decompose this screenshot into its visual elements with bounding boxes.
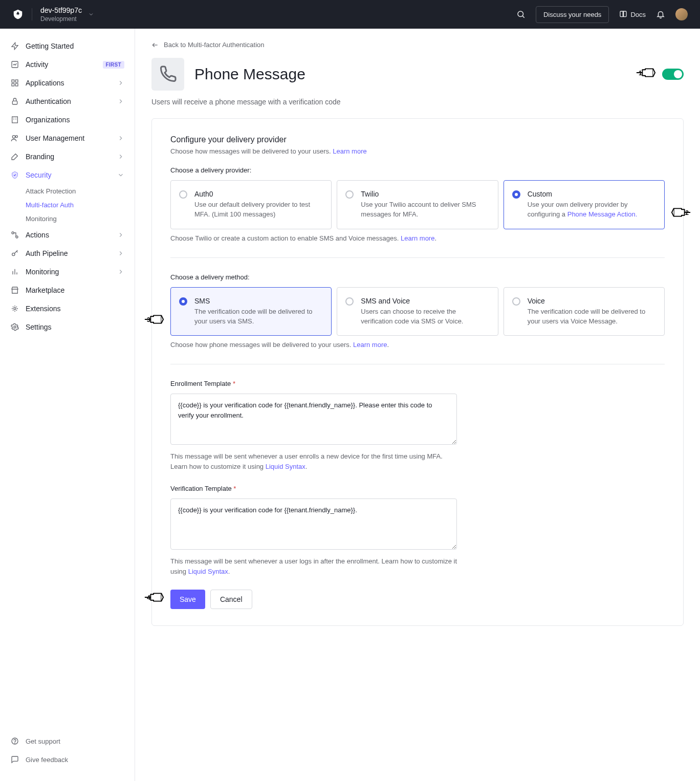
radio-icon [179,190,187,199]
svg-point-16 [12,232,14,234]
sidebar-item-security[interactable]: Security [0,166,135,184]
sidebar-item-label: Extensions [26,305,124,313]
sidebar-item-actions[interactable]: Actions [0,226,135,244]
liquid-syntax-link[interactable]: Liquid Syntax [266,463,305,470]
sidebar-item-label: Give feedback [26,756,124,764]
verification-template-input[interactable] [170,498,457,550]
docs-label: Docs [630,11,646,18]
phone-icon-box [151,58,184,91]
sidebar-item-getting-started[interactable]: Getting Started [0,37,135,55]
svg-marker-2 [12,42,18,49]
sidebar-item-label: Marketplace [26,286,124,294]
discuss-needs-button[interactable]: Discuss your needs [536,6,609,23]
topbar: dev-5tf99p7c Development Discuss your ne… [0,0,700,29]
cancel-button[interactable]: Cancel [210,590,252,609]
sidebar-sub-mfa[interactable]: Multi-factor Auth [0,198,135,212]
method-option-sms[interactable]: SMS The verification code will be delive… [170,287,332,336]
method-option-voice[interactable]: Voice The verification code will be deli… [504,287,665,336]
sidebar-item-marketplace[interactable]: Marketplace [0,281,135,299]
sidebar-item-label: Settings [26,323,124,331]
svg-point-23 [14,326,16,328]
sidebar-give-feedback[interactable]: Give feedback [0,750,135,769]
save-button[interactable]: Save [170,590,205,609]
radio-desc: Use your Twilio account to deliver SMS m… [361,200,488,220]
provider-section-sub: Choose how messages will be delivered to… [170,147,665,155]
verification-template-label: Verification Template * [170,485,665,492]
bars-icon [10,267,19,276]
chevron-right-icon [117,135,124,142]
phone-action-link[interactable]: Phone Message Action. [567,210,638,218]
liquid-syntax-link[interactable]: Liquid Syntax [188,568,228,575]
sidebar-item-applications[interactable]: Applications [0,74,135,92]
sidebar-item-authentication[interactable]: Authentication [0,92,135,111]
first-badge: FIRST [103,61,124,69]
chat-icon [10,755,19,764]
sidebar-item-extensions[interactable]: Extensions [0,299,135,318]
help-icon [10,736,19,746]
sidebar-item-label: Monitoring [26,268,111,276]
radio-title: Custom [528,190,655,198]
sidebar-item-organizations[interactable]: Organizations [0,111,135,129]
provider-option-auth0[interactable]: Auth0 Use our default delivery provider … [170,180,332,229]
chevron-right-icon [117,153,124,160]
config-card: Configure your delivery provider Choose … [151,118,684,626]
radio-icon [512,190,520,199]
back-link[interactable]: Back to Multi-factor Authentication [151,41,684,49]
verification-hint: This message will be sent whenever a use… [170,556,457,576]
provider-section-title: Configure your delivery provider [170,135,665,144]
main-content: Back to Multi-factor Authentication Phon… [135,29,700,781]
sidebar-item-user-management[interactable]: User Management [0,129,135,147]
chevron-down-icon [88,11,94,17]
apps-icon [10,78,19,88]
radio-title: Twilio [361,190,488,198]
annotation-pointer-3: 3 [144,312,164,327]
sidebar-sub-attack-protection[interactable]: Attack Protection [0,184,135,198]
sidebar-item-settings[interactable]: Settings [0,318,135,336]
method-option-sms-voice[interactable]: SMS and Voice Users can choose to receiv… [337,287,498,336]
provider-option-twilio[interactable]: Twilio Use your Twilio account to delive… [337,180,498,229]
chevron-down-icon [117,171,124,179]
gear-icon [10,322,19,332]
sidebar-item-monitoring[interactable]: Monitoring [0,263,135,281]
provider-option-custom[interactable]: Custom Use your own delivery provider by… [504,180,665,229]
sidebar-item-label: Organizations [26,116,124,124]
sidebar-item-label: Applications [26,79,111,87]
svg-rect-7 [15,83,18,86]
enrollment-template-label: Enrollment Template * [170,380,665,387]
sidebar-item-branding[interactable]: Branding [0,147,135,166]
learn-more-link[interactable]: Learn more [333,147,366,155]
enable-toggle[interactable] [662,69,684,80]
bell-icon[interactable] [656,10,665,19]
learn-more-link[interactable]: Learn more [353,341,387,349]
search-icon[interactable] [516,10,526,19]
sidebar-item-auth-pipeline[interactable]: Auth Pipeline [0,244,135,263]
svg-point-0 [518,11,523,17]
user-avatar[interactable] [675,8,688,20]
svg-point-22 [14,308,16,310]
tenant-switcher[interactable]: dev-5tf99p7c Development [40,6,94,23]
flow-icon [10,230,19,240]
svg-rect-8 [12,101,17,104]
svg-rect-4 [12,80,14,82]
book-icon [619,10,627,18]
chevron-right-icon [117,268,124,275]
sidebar-sub-monitoring[interactable]: Monitoring [0,212,135,226]
radio-title: SMS [194,297,322,305]
radio-desc: The verification code will be delivered … [194,307,322,327]
sidebar-item-label: Auth Pipeline [26,249,111,257]
radio-icon [345,190,354,199]
chevron-right-icon [117,98,124,105]
provider-hint: Choose Twilio or create a custom action … [170,234,665,242]
phone-icon [159,65,177,83]
svg-point-18 [12,253,15,255]
tenant-name: dev-5tf99p7c [40,6,82,14]
sidebar-get-support[interactable]: Get support [0,732,135,750]
enrollment-template-input[interactable] [170,394,457,445]
learn-more-link[interactable]: Learn more [401,234,434,242]
docs-link[interactable]: Docs [619,10,646,18]
method-hint: Choose how phone messages will be delive… [170,341,665,349]
sidebar-item-label: Security [26,171,111,179]
svg-rect-5 [15,80,18,82]
sidebar-item-activity[interactable]: Activity FIRST [0,55,135,74]
sidebar-item-label: User Management [26,134,111,142]
